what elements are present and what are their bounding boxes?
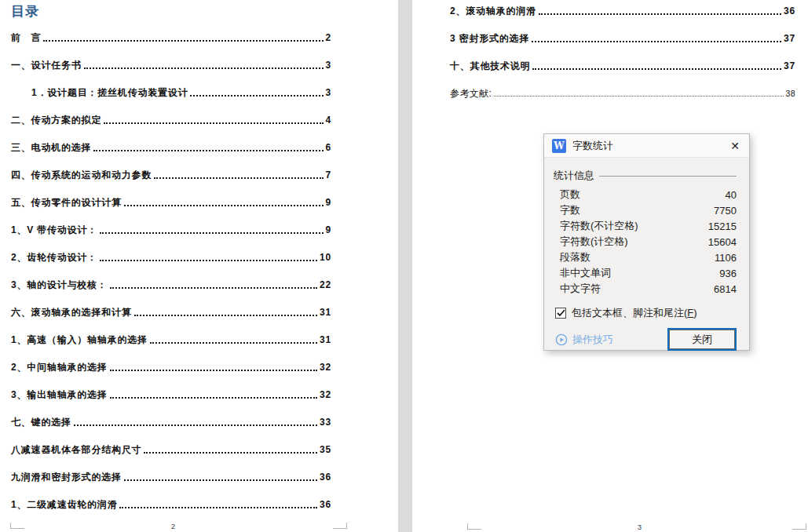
- page-number-footer: 2: [171, 523, 175, 530]
- toc-entry[interactable]: 1、二级减速齿轮的润滑36: [11, 500, 331, 510]
- toc-entry[interactable]: 一、设计任务书3: [11, 60, 331, 71]
- toc-entry-page: 9: [326, 198, 331, 208]
- stat-value: 7750: [714, 205, 737, 217]
- toc-entry[interactable]: 八减速器机体各部分结构尺寸35: [11, 445, 331, 455]
- checkmark-icon: [557, 309, 565, 317]
- toc-entry-page: 36: [784, 6, 795, 16]
- dialog-titlebar[interactable]: W 字数统计 ✕: [544, 134, 749, 158]
- include-textbox-footnote-checkbox[interactable]: 包括文本框、脚注和尾注(F): [554, 306, 737, 320]
- dot-leader: [539, 13, 781, 15]
- toc-entry-page: 32: [320, 363, 331, 373]
- toc-entry[interactable]: 3、轴的设计与校核：22: [11, 280, 331, 290]
- toc-entry[interactable]: 二、传动方案的拟定4: [11, 115, 331, 126]
- toc-entry[interactable]: 七、键的选择33: [11, 417, 331, 428]
- toc-entry[interactable]: 十、其他技术说明37: [450, 61, 795, 71]
- dot-leader: [150, 342, 317, 344]
- toc-entry[interactable]: 九润滑和密封形式的选择36: [11, 472, 331, 483]
- stat-row: 非中文单词936: [560, 265, 737, 281]
- stat-label: 字符数(计空格): [560, 235, 628, 249]
- stats-list: 页数40字数7750字符数(不计空格)15215字符数(计空格)15604段落数…: [554, 187, 737, 297]
- toc-entry[interactable]: 3、输出轴轴承的选择32: [11, 390, 331, 400]
- toc-left-column: 目录 前 言2一、设计任务书31．设计题目：搓丝机传动装置设计3二、传动方案的拟…: [11, 0, 331, 510]
- toc-entry-page: 7: [326, 170, 331, 180]
- close-button[interactable]: 关闭: [667, 328, 737, 351]
- stat-row: 页数40: [560, 187, 737, 202]
- margin-corner-mark: [333, 523, 347, 529]
- dot-leader: [104, 122, 323, 124]
- toc-entry[interactable]: 1．设计题目：搓丝机传动装置设计3: [11, 88, 331, 98]
- stat-label: 中文字符: [560, 282, 601, 296]
- tips-link[interactable]: 操作技巧: [555, 333, 613, 347]
- toc-entry[interactable]: 六、滚动轴承的选择和计算31: [11, 308, 331, 318]
- toc-entry-label: 二、传动方案的拟定: [11, 115, 101, 126]
- toc-entry-page: 35: [320, 445, 331, 455]
- toc-entry[interactable]: 1、高速（输入）轴轴承的选择31: [11, 335, 331, 345]
- toc-entry[interactable]: 参考文献:38: [450, 89, 795, 99]
- dialog-title: 字数统计: [572, 139, 613, 153]
- toc-entry-page: 31: [320, 335, 331, 345]
- play-circle-icon: [555, 333, 568, 346]
- stats-section-label: 统计信息: [554, 169, 594, 183]
- stat-value: 15215: [708, 220, 737, 232]
- toc-entry-label: 一、设计任务书: [11, 60, 82, 71]
- dot-leader: [494, 96, 783, 97]
- stat-value: 936: [719, 268, 737, 279]
- stat-label: 非中文单词: [560, 266, 611, 280]
- checkbox-icon[interactable]: [555, 308, 566, 319]
- stat-label: 页数: [560, 188, 580, 202]
- stat-value: 40: [726, 189, 737, 201]
- toc-entry[interactable]: 1、V 带传动设计：9: [11, 225, 331, 235]
- toc-entry[interactable]: 2、中间轴轴承的选择32: [11, 363, 331, 373]
- dot-leader: [84, 67, 324, 69]
- page-number-footer: 3: [638, 523, 642, 531]
- dot-leader: [110, 397, 317, 399]
- toc-entry-page: 37: [784, 34, 795, 44]
- dot-leader: [74, 425, 317, 426]
- toc-entry[interactable]: 3 密封形式的选择37: [450, 34, 795, 44]
- stat-row: 中文字符6814: [560, 281, 737, 297]
- toc-entry-page: 3: [326, 60, 331, 71]
- toc-entry-label: 1、V 带传动设计：: [11, 225, 97, 235]
- dot-leader: [134, 315, 317, 316]
- toc-entry-page: 36: [320, 500, 331, 510]
- dot-leader: [119, 507, 317, 508]
- toc-right-column: 2、滚动轴承的润滑363 密封形式的选择37十、其他技术说明37参考文献:38: [450, 6, 795, 99]
- dot-leader: [110, 370, 317, 371]
- toc-entry-page: 6: [326, 143, 331, 153]
- toc-entry[interactable]: 三、电动机的选择6: [11, 143, 331, 153]
- toc-entry-label: 参考文献:: [450, 89, 492, 99]
- toc-entry-page: 38: [786, 89, 795, 99]
- dot-leader: [100, 232, 324, 234]
- dot-leader: [144, 452, 317, 454]
- toc-entry-label: 十、其他技术说明: [450, 61, 530, 71]
- toc-heading: 目录: [11, 3, 331, 20]
- toc-entry-label: 2、齿轮传动设计：: [11, 253, 97, 263]
- section-divider: [599, 176, 737, 177]
- toc-entry-label: 前 言: [11, 33, 41, 43]
- stat-value: 1106: [715, 252, 737, 264]
- close-icon[interactable]: ✕: [729, 140, 741, 152]
- dot-leader: [124, 479, 317, 481]
- toc-entry[interactable]: 五、传动零件的设计计算9: [11, 198, 331, 208]
- dot-leader: [532, 68, 781, 70]
- toc-entry-page: 22: [320, 280, 331, 290]
- toc-entry-page: 4: [326, 115, 331, 126]
- toc-entry-label: 2、滚动轴承的润滑: [450, 6, 536, 16]
- margin-corner-mark: [467, 523, 481, 530]
- document-page-left[interactable]: 目录 前 言2一、设计任务书31．设计题目：搓丝机传动装置设计3二、传动方案的拟…: [0, 0, 398, 532]
- toc-entry-label: 六、滚动轴承的选择和计算: [11, 308, 132, 318]
- stat-label: 字符数(不计空格): [560, 219, 638, 233]
- toc-entry-label: 八减速器机体各部分结构尺寸: [11, 445, 141, 455]
- checkbox-label: 包括文本框、脚注和尾注(F): [572, 306, 697, 320]
- dot-leader: [43, 40, 323, 42]
- toc-entry-label: 七、键的选择: [11, 417, 71, 428]
- toc-entry[interactable]: 2、齿轮传动设计：10: [11, 253, 331, 263]
- stat-row: 段落数1106: [560, 250, 737, 265]
- toc-entry[interactable]: 前 言2: [11, 33, 331, 43]
- dialog-body: 统计信息 页数40字数7750字符数(不计空格)15215字符数(计空格)156…: [544, 158, 749, 351]
- stat-label: 字数: [560, 203, 580, 217]
- toc-entry-page: 10: [320, 253, 331, 263]
- toc-entry[interactable]: 四、传动系统的运动和动力参数7: [11, 170, 331, 180]
- word-count-dialog: W 字数统计 ✕ 统计信息 页数40字数7750字符数(不计空格)15215字符…: [543, 133, 750, 351]
- toc-entry[interactable]: 2、滚动轴承的润滑36: [450, 6, 795, 16]
